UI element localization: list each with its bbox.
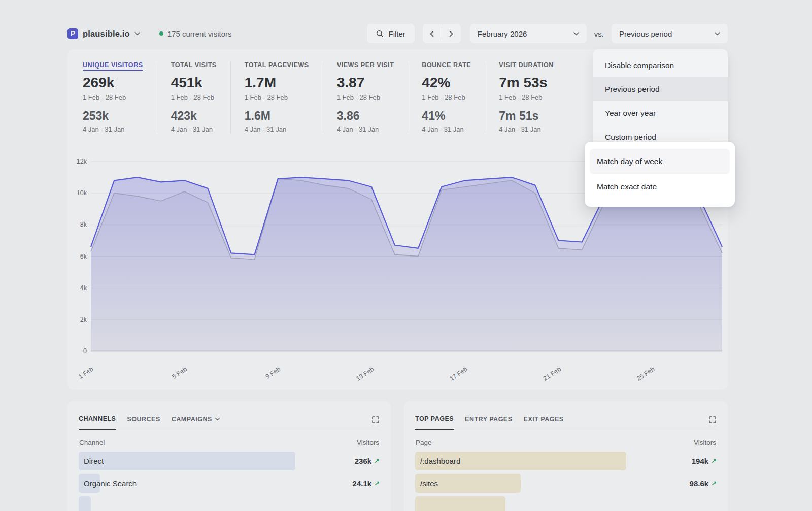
column-header-left: Channel — [79, 439, 105, 446]
metric-range: 1 Feb - 28 Feb — [83, 93, 143, 101]
table-row-direct[interactable]: Direct236k↗ — [79, 452, 380, 470]
panel-tabs: TOP PAGESENTRY PAGESEXIT PAGES — [415, 401, 717, 430]
chevron-down-icon — [573, 32, 579, 36]
metric-previous-range: 4 Jan - 31 Jan — [499, 125, 554, 133]
metric-views-per-visit[interactable]: VIEWS PER VISIT3.871 Feb - 28 Feb3.864 J… — [323, 61, 408, 133]
metric-previous-value: 3.86 — [337, 109, 394, 123]
search-icon — [376, 30, 384, 38]
filter-button[interactable]: Filter — [367, 24, 414, 43]
metric-previous-value: 1.6M — [245, 109, 309, 123]
metric-value: 42% — [422, 75, 471, 91]
chevron-left-icon — [430, 30, 434, 37]
row-bar — [79, 452, 295, 470]
plausible-logo-icon: P — [67, 28, 78, 39]
metric-label: TOTAL PAGEVIEWS — [245, 61, 309, 69]
filter-label: Filter — [388, 29, 405, 38]
metric-value: 3.87 — [337, 75, 394, 91]
metric-total-visits[interactable]: TOTAL VISITS451k1 Feb - 28 Feb423k4 Jan … — [157, 61, 230, 133]
tab-sources[interactable]: SOURCES — [127, 416, 160, 430]
row-label: /sites — [420, 479, 438, 488]
svg-text:8k: 8k — [80, 221, 87, 228]
panel-tabs: CHANNELSSOURCESCAMPAIGNS — [79, 401, 380, 430]
svg-text:21 Feb: 21 Feb — [542, 366, 562, 382]
tab-campaigns[interactable]: CAMPAIGNS — [172, 416, 220, 430]
trend-up-icon: ↗ — [711, 480, 717, 487]
metric-value: 1.7M — [245, 75, 309, 91]
tab-label: CAMPAIGNS — [172, 416, 212, 423]
chevron-right-icon — [449, 30, 453, 37]
table-row-partial — [415, 496, 717, 511]
metric-previous-value: 41% — [422, 109, 471, 123]
comparison-dropdown-menu: Disable comparisonPrevious periodYear ov… — [593, 49, 728, 153]
row-value: 24.1k↗ — [353, 479, 380, 488]
row-label: Organic Search — [84, 479, 137, 488]
menu-item-year-over-year[interactable]: Year over year — [593, 101, 728, 125]
metric-total-pageviews[interactable]: TOTAL PAGEVIEWS1.7M1 Feb - 28 Feb1.6M4 J… — [230, 61, 323, 133]
row-label: /:dashboard — [420, 457, 460, 465]
next-period-button[interactable] — [442, 24, 461, 43]
row-value: 98.6k↗ — [690, 479, 717, 488]
row-bar — [79, 496, 91, 511]
tab-top-pages[interactable]: TOP PAGES — [415, 415, 454, 430]
svg-text:13 Feb: 13 Feb — [355, 366, 375, 382]
chevron-down-icon — [215, 418, 220, 421]
metric-label: VISIT DURATION — [499, 61, 554, 69]
expand-panel-button[interactable] — [371, 416, 380, 430]
menu-item-previous-period[interactable]: Previous period — [593, 77, 728, 101]
site-name: plausible.io — [83, 29, 130, 39]
tab-label: EXIT PAGES — [524, 416, 564, 423]
svg-text:9 Feb: 9 Feb — [264, 366, 282, 380]
metric-label: TOTAL VISITS — [171, 61, 217, 69]
metric-visit-duration[interactable]: VISIT DURATION7m 53s1 Feb - 28 Feb7m 51s… — [485, 61, 567, 133]
tab-label: TOP PAGES — [415, 415, 454, 422]
vs-label: vs. — [594, 29, 604, 38]
tab-exit-pages[interactable]: EXIT PAGES — [524, 416, 564, 430]
channels-panel: CHANNELSSOURCESCAMPAIGNSChannelVisitorsD… — [67, 401, 391, 511]
period-select[interactable]: February 2026 — [470, 24, 587, 43]
table-row-partial — [79, 496, 380, 511]
tab-label: ENTRY PAGES — [465, 416, 512, 423]
tab-label: SOURCES — [127, 416, 160, 423]
metric-previous-range: 4 Jan - 31 Jan — [83, 125, 143, 133]
topbar: P plausible.io 175 current visitors Filt… — [67, 23, 728, 44]
row-label: Direct — [84, 457, 104, 465]
metric-range: 1 Feb - 28 Feb — [499, 93, 554, 101]
menu-item-disable-comparison[interactable]: Disable comparison — [593, 53, 728, 77]
comparison-match-submenu: Match day of weekMatch exact date — [585, 142, 735, 207]
metric-range: 1 Feb - 28 Feb — [337, 93, 394, 101]
date-nav — [423, 24, 461, 43]
metric-previous-range: 4 Jan - 31 Jan — [171, 125, 217, 133]
table-row-sites[interactable]: /sites98.6k↗ — [415, 474, 717, 493]
comparison-select[interactable]: Previous period — [612, 24, 728, 43]
expand-icon — [371, 416, 380, 424]
row-bar — [415, 496, 505, 511]
current-visitors[interactable]: 175 current visitors — [159, 29, 232, 38]
metric-previous-range: 4 Jan - 31 Jan — [245, 125, 309, 133]
trend-up-icon: ↗ — [374, 457, 380, 465]
chevron-down-icon — [134, 32, 140, 36]
metric-value: 451k — [171, 75, 217, 91]
expand-panel-button[interactable] — [708, 416, 717, 430]
metric-value: 7m 53s — [499, 75, 554, 91]
submenu-item-match-day-of-week[interactable]: Match day of week — [590, 149, 730, 174]
prev-period-button[interactable] — [423, 24, 442, 43]
table-row-dashboard[interactable]: /:dashboard194k↗ — [415, 452, 717, 470]
svg-text:0: 0 — [83, 347, 87, 355]
site-picker[interactable]: P plausible.io — [67, 28, 140, 39]
metric-value: 269k — [83, 75, 143, 91]
metric-previous-value: 253k — [83, 109, 143, 123]
metric-label: VIEWS PER VISIT — [337, 61, 394, 69]
table-row-organic-search[interactable]: Organic Search24.1k↗ — [79, 474, 380, 493]
svg-text:2k: 2k — [80, 316, 87, 323]
submenu-item-match-exact-date[interactable]: Match exact date — [590, 174, 730, 200]
svg-text:25 Feb: 25 Feb — [635, 366, 656, 382]
column-headers: PageVisitors — [416, 439, 716, 446]
live-dot-icon — [159, 31, 163, 36]
tab-channels[interactable]: CHANNELS — [79, 415, 116, 430]
metric-bounce-rate[interactable]: BOUNCE RATE42%1 Feb - 28 Feb41%4 Jan - 3… — [408, 61, 485, 133]
metric-previous-value: 7m 51s — [499, 109, 554, 123]
metric-unique-visitors[interactable]: UNIQUE VISITORS269k1 Feb - 28 Feb253k4 J… — [83, 61, 157, 133]
panel-rows: Direct236k↗Organic Search24.1k↗ — [79, 452, 380, 511]
tab-entry-pages[interactable]: ENTRY PAGES — [465, 416, 512, 430]
tab-label: CHANNELS — [79, 415, 116, 422]
